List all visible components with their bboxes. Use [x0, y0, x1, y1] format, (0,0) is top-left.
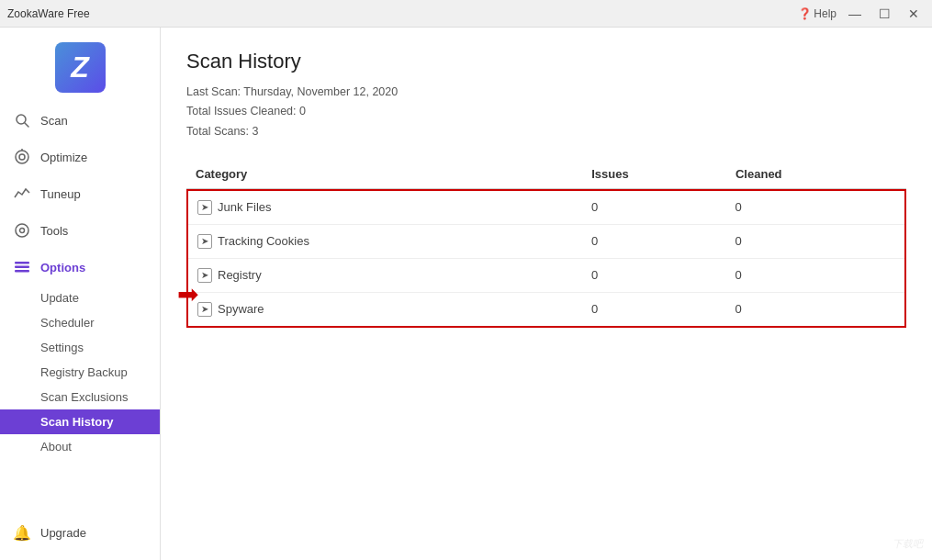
table-row-registry: ➤ Registry 0 0	[187, 258, 905, 292]
question-icon: ❓	[798, 7, 812, 20]
subnav-settings[interactable]: Settings	[0, 335, 160, 360]
sidebar: Z Scan Optimize	[0, 28, 161, 560]
tuneup-icon	[13, 185, 31, 203]
sidebar-item-tools[interactable]: Tools	[0, 212, 160, 249]
junk-files-cleaned: 0	[725, 190, 905, 225]
table-row-tracking-cookies: ➤ Tracking Cookies 0 0	[187, 224, 905, 258]
tools-icon	[13, 221, 31, 240]
spyware-issues: 0	[582, 292, 725, 327]
sidebar-tuneup-label: Tuneup	[40, 187, 81, 201]
registry-category: ➤ Registry	[197, 268, 573, 283]
minimize-button[interactable]: —	[844, 3, 866, 25]
sidebar-item-upgrade[interactable]: 🔔 Upgrade	[0, 514, 160, 551]
app-logo: Z	[55, 42, 106, 93]
maximize-button[interactable]: ☐	[873, 3, 895, 25]
scan-history-table-wrapper: ➡ Category Issues Cleaned	[186, 160, 906, 328]
logo-area: Z	[0, 28, 160, 102]
svg-rect-7	[15, 262, 29, 264]
arrow-annotation: ➡	[177, 279, 198, 309]
sidebar-options-label: Options	[40, 261, 85, 274]
close-button[interactable]: ✕	[903, 3, 925, 25]
svg-point-6	[20, 229, 25, 233]
total-issues-info: Total Issues Cleaned: 0	[186, 102, 906, 121]
scan-info: Last Scan: Thursday, November 12, 2020 T…	[186, 83, 906, 141]
expand-registry[interactable]: ➤	[197, 268, 212, 283]
svg-line-1	[25, 123, 28, 127]
expand-tracking-cookies[interactable]: ➤	[197, 234, 212, 249]
window-controls: ❓ Help — ☐ ✕	[798, 3, 925, 25]
subnav-update[interactable]: Update	[0, 286, 160, 310]
help-link[interactable]: ❓ Help	[798, 7, 837, 20]
app-title: ZookaWare Free	[7, 7, 90, 20]
svg-rect-9	[15, 270, 29, 273]
table-row-spyware: ➤ Spyware 0 0	[187, 292, 905, 327]
scan-history-table: Category Issues Cleaned	[186, 160, 906, 328]
app-container: Z Scan Optimize	[0, 28, 932, 560]
svg-point-5	[16, 224, 28, 237]
scan-icon	[13, 111, 31, 129]
tracking-cookies-category: ➤ Tracking Cookies	[197, 234, 573, 249]
svg-point-2	[16, 151, 28, 163]
sidebar-upgrade-label: Upgrade	[40, 526, 86, 540]
sidebar-item-optimize[interactable]: Optimize	[0, 139, 160, 175]
expand-junk-files[interactable]: ➤	[197, 200, 212, 215]
junk-files-issues: 0	[582, 190, 725, 225]
expand-spyware[interactable]: ➤	[197, 302, 212, 317]
sidebar-item-tuneup[interactable]: Tuneup	[0, 175, 160, 212]
cleaned-header: Cleaned	[726, 160, 906, 189]
subnav-scan-history[interactable]: Scan History	[0, 409, 160, 434]
main-content: Scan History Last Scan: Thursday, Novemb…	[161, 28, 932, 560]
sidebar-tools-label: Tools	[40, 224, 68, 238]
upgrade-icon: 🔔	[13, 523, 31, 542]
subnav-registry-backup[interactable]: Registry Backup	[0, 360, 160, 385]
svg-rect-8	[15, 266, 29, 269]
registry-issues: 0	[582, 258, 725, 292]
total-scans-info: Total Scans: 3	[186, 122, 906, 141]
table-body: ➤ Junk Files 0 0	[186, 188, 906, 328]
issues-header: Issues	[582, 160, 726, 189]
sidebar-item-scan[interactable]: Scan	[0, 102, 160, 139]
subnav-scheduler[interactable]: Scheduler	[0, 310, 160, 335]
watermark: 下载吧	[893, 537, 923, 551]
options-sub-nav: Update Scheduler Settings Registry Backu…	[0, 286, 160, 459]
title-bar: ZookaWare Free ❓ Help — ☐ ✕	[0, 0, 932, 28]
table-header-row: Category Issues Cleaned	[186, 160, 906, 189]
sidebar-scan-label: Scan	[40, 114, 68, 128]
sidebar-optimize-label: Optimize	[40, 151, 87, 164]
junk-files-category: ➤ Junk Files	[197, 200, 573, 215]
sidebar-item-options[interactable]: Options	[0, 249, 160, 286]
options-icon	[13, 258, 31, 276]
spyware-category: ➤ Spyware	[197, 302, 573, 317]
sidebar-bottom: 🔔 Upgrade	[0, 514, 160, 560]
tracking-cookies-cleaned: 0	[725, 224, 905, 258]
tracking-cookies-issues: 0	[582, 224, 725, 258]
table-row: ➤ Junk Files 0 0	[186, 188, 906, 328]
registry-cleaned: 0	[725, 258, 905, 292]
svg-point-3	[19, 154, 25, 160]
optimize-icon	[13, 148, 31, 166]
page-title: Scan History	[186, 50, 906, 73]
subnav-scan-exclusions[interactable]: Scan Exclusions	[0, 385, 160, 409]
spyware-cleaned: 0	[725, 292, 905, 327]
table-row-junk-files: ➤ Junk Files 0 0	[187, 190, 905, 225]
subnav-about[interactable]: About	[0, 434, 160, 459]
category-header: Category	[186, 160, 582, 189]
last-scan-info: Last Scan: Thursday, November 12, 2020	[186, 83, 906, 102]
